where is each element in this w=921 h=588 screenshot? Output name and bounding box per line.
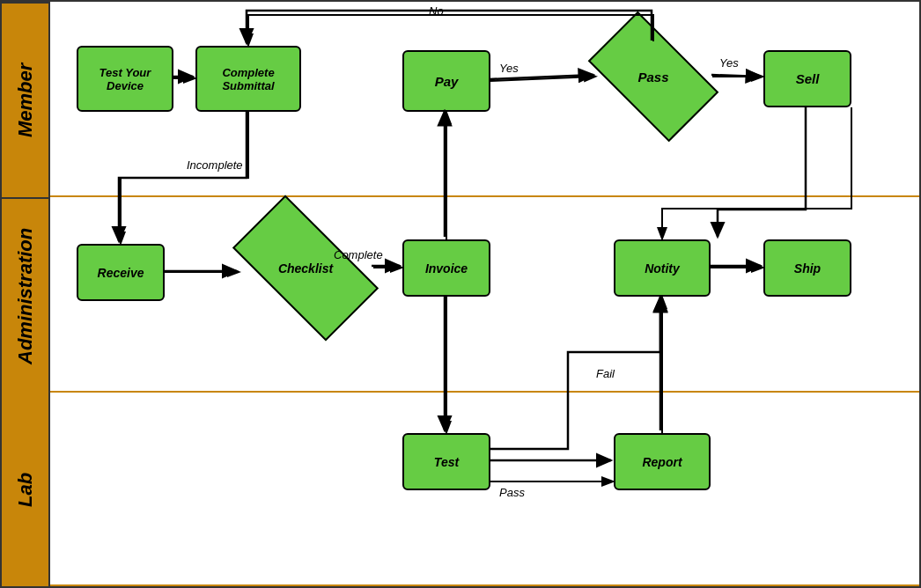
label-yes2: Yes [719, 56, 739, 70]
node-notify: Notity [614, 239, 711, 297]
node-receive: Receive [77, 244, 165, 301]
label-no: No [429, 4, 444, 18]
diagram-main: Test Your Device Complete Submittal Pay … [50, 2, 919, 586]
node-ship: Ship [763, 239, 851, 297]
lane-label-lab: Lab [2, 393, 48, 586]
node-pay: Pay [402, 50, 490, 112]
lane-labels: Member Administration Lab [2, 2, 50, 586]
node-pass-diamond: Pass [596, 41, 711, 112]
lane-label-member: Member [2, 2, 48, 197]
node-report: Report [614, 433, 711, 490]
lane-label-administration: Administration [2, 197, 48, 393]
diagram-container: Member Administration Lab Test Your Devi… [0, 0, 921, 588]
label-pass: Pass [499, 486, 525, 499]
node-checklist-diamond: Checklist [239, 231, 372, 305]
node-invoice: Invoice [402, 239, 490, 297]
node-complete-submittal: Complete Submittal [195, 46, 301, 112]
node-sell: Sell [763, 50, 851, 107]
node-test: Test [402, 433, 490, 490]
label-yes1: Yes [499, 62, 519, 75]
node-test-your-device: Test Your Device [77, 46, 173, 112]
label-complete: Complete [334, 248, 383, 261]
label-fail: Fail [596, 367, 615, 380]
label-incomplete: Incomplete [187, 158, 243, 172]
